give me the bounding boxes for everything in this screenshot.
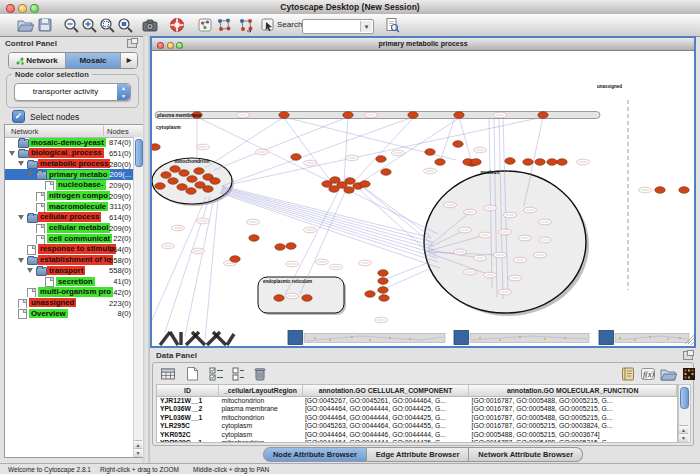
network-node[interactable]	[547, 159, 557, 166]
select-mode-icon[interactable]	[259, 16, 277, 34]
table-column-header[interactable]: annotation.GO MOLECULAR_FUNCTION	[469, 385, 677, 396]
table-row-ypl036w__2[interactable]: YPL036W__2plasma membrane[GO:0044464, GO…	[157, 405, 677, 413]
search-advanced-icon[interactable]	[383, 16, 401, 34]
network-node[interactable]	[275, 244, 285, 251]
import-network-icon[interactable]	[215, 16, 233, 34]
table-cell-molecular[interactable]: [GO:0016787, GO:0005488, GO:0005215, G..…	[469, 414, 677, 422]
tree-row-macromolecule[interactable]: macromolecule311(0)	[5, 201, 134, 212]
tree-scroll-thumb[interactable]	[135, 139, 143, 167]
table-cell-id[interactable]: YPL036W__2	[157, 405, 219, 413]
minimized-window-bar[interactable]	[304, 334, 445, 343]
network-node[interactable]	[453, 141, 463, 148]
network-node[interactable]	[302, 295, 312, 302]
network-node[interactable]	[179, 170, 189, 177]
tab-node-attribute-browser[interactable]: Node Attribute Browser	[263, 447, 367, 462]
tree-row-cellular-process[interactable]: cellular process614(0)	[5, 212, 134, 223]
network-node[interactable]	[381, 169, 391, 176]
table-cell-molecular[interactable]: [GO:0005488, GO:0005215, GO:0003674]	[469, 431, 677, 439]
minimized-window-glyph[interactable]	[170, 332, 178, 345]
table-cell-cellular[interactable]: [GO:0045267, GO:0045261, GO:0044464, G..…	[302, 397, 469, 405]
delete-attributes-icon[interactable]	[207, 365, 225, 383]
table-cell-id[interactable]: YDR039C__1	[157, 439, 219, 443]
network-node[interactable]	[535, 159, 545, 166]
minimized-window-glyph[interactable]	[227, 334, 234, 345]
table-cell-id[interactable]: YLR295C	[157, 422, 219, 430]
tab-network[interactable]: Network	[9, 53, 66, 68]
network-node[interactable]	[379, 295, 389, 302]
table-cell-region[interactable]: mitochondrion	[219, 414, 302, 422]
table-row-ydr039c__1[interactable]: YDR039C__1mitochondrion[GO:0044464, GO:0…	[157, 439, 677, 443]
panel-splitter[interactable]	[143, 36, 150, 463]
network-node[interactable]	[523, 159, 533, 166]
zoom-in-icon[interactable]	[80, 16, 98, 34]
table-column-header[interactable]: annotation.GO CELLULAR_COMPONENT	[303, 385, 469, 396]
tree-row-primary-metabo[interactable]: primary metabo209(...	[5, 169, 134, 180]
network-node[interactable]	[249, 235, 259, 242]
tree-row-transport[interactable]: transport558(0)	[5, 265, 134, 276]
network-node[interactable]	[203, 186, 213, 193]
network-node[interactable]	[194, 168, 204, 175]
table-cell-region[interactable]: mitochondrion	[219, 397, 302, 405]
save-session-icon[interactable]	[36, 16, 54, 34]
tree-expander-icon[interactable]	[27, 268, 33, 273]
tree-row-metabolic-process[interactable]: metabolic process280(0)	[5, 158, 134, 169]
formula-builder-icon[interactable]: f(x)	[639, 365, 657, 383]
table-scroll-down-icon[interactable]: ▼	[679, 433, 688, 442]
snapshot-icon[interactable]	[141, 16, 159, 34]
tree-expander-icon[interactable]	[27, 172, 33, 177]
network-node[interactable]	[376, 156, 386, 163]
tree-row-secretion[interactable]: secretion41(0)	[5, 276, 134, 287]
table-cell-region[interactable]: mitochondrion	[219, 439, 302, 443]
tree-row-cellular-metabol[interactable]: cellular metabol209(0)	[5, 223, 134, 234]
table-column-header[interactable]: _cellularLayoutRegion	[219, 385, 303, 396]
matrix-icon[interactable]	[680, 365, 698, 383]
tree-col-nodes[interactable]: Nodes	[107, 127, 129, 136]
table-cell-molecular[interactable]: [GO:0016787, GO:0005215, GO:0003824, G..…	[469, 422, 677, 430]
search-dropdown-arrow-icon[interactable]: ▾	[360, 21, 372, 32]
table-row-yjr121w__1[interactable]: YJR121W__1mitochondrion[GO:0045267, GO:0…	[157, 397, 677, 405]
network-node[interactable]	[378, 270, 388, 277]
table-row-ykr052c[interactable]: YKR052Ccytoplasm[GO:0044464, GO:0044446,…	[157, 431, 677, 439]
network-node[interactable]	[454, 112, 464, 119]
search-input[interactable]: ▾	[302, 19, 374, 34]
import-network-red-icon[interactable]	[237, 16, 255, 34]
network-node[interactable]	[538, 112, 548, 119]
table-cell-molecular[interactable]: [GO:0016787, GO:0005488, GO:0005215, G..…	[469, 397, 677, 405]
network-node[interactable]	[161, 172, 171, 179]
network-node[interactable]	[365, 291, 375, 298]
tree-row-cell-communicat[interactable]: cell communicat22(0)	[5, 233, 134, 244]
network-node[interactable]	[168, 178, 178, 185]
network-node[interactable]	[152, 144, 160, 151]
tab-overflow-button[interactable]: ▶	[121, 53, 137, 68]
table-cell-region[interactable]: plasma membrane	[219, 405, 302, 413]
table-column-header[interactable]: ID	[157, 385, 219, 396]
open-file-icon[interactable]	[16, 16, 34, 34]
new-attribute-icon[interactable]	[183, 365, 201, 383]
tree-row-overview[interactable]: Overview8(0)	[5, 308, 134, 319]
table-cell-molecular[interactable]: [GO:0016787, GO:0005488, GO:0005215, G..…	[469, 439, 677, 443]
zoom-selected-icon[interactable]	[98, 16, 116, 34]
layout-box-icon[interactable]	[196, 16, 214, 34]
network-node[interactable]	[155, 183, 165, 190]
table-cell-cellular[interactable]: [GO:0045263, GO:0044464, GO:0044455, G..…	[302, 422, 469, 430]
network-node[interactable]	[210, 178, 220, 185]
select-attributes-icon[interactable]	[159, 365, 177, 383]
node-color-attribute-select[interactable]: transporter activity ▲▼	[14, 83, 131, 101]
network-node[interactable]	[679, 187, 689, 194]
attribute-batch-icon[interactable]	[619, 365, 637, 383]
table-cell-region[interactable]: cytoplasm	[219, 422, 302, 430]
table-cell-cellular[interactable]: [GO:0044464, GO:0044444, GO:0044425, G..…	[302, 414, 469, 422]
tree-expander-icon[interactable]	[18, 258, 24, 263]
table-scroll-thumb[interactable]	[680, 387, 689, 409]
tree-row-mosaic-demo-yeast[interactable]: mosaic-demo-yeast874(0)	[5, 137, 134, 148]
trash-icon[interactable]	[251, 365, 269, 383]
network-node[interactable]	[345, 178, 355, 185]
table-row-ylr295c[interactable]: YLR295Ccytoplasm[GO:0045263, GO:0044464,…	[157, 422, 677, 430]
network-node[interactable]	[505, 158, 515, 165]
table-cell-id[interactable]: YKR052C	[157, 431, 219, 439]
network-node[interactable]	[408, 112, 418, 119]
network-node[interactable]	[230, 256, 240, 263]
tree-expander-icon[interactable]	[18, 161, 24, 166]
tree-scrollbar[interactable]: ▲ ▼	[133, 137, 143, 457]
table-scrollbar[interactable]: ▲ ▼	[678, 384, 691, 443]
